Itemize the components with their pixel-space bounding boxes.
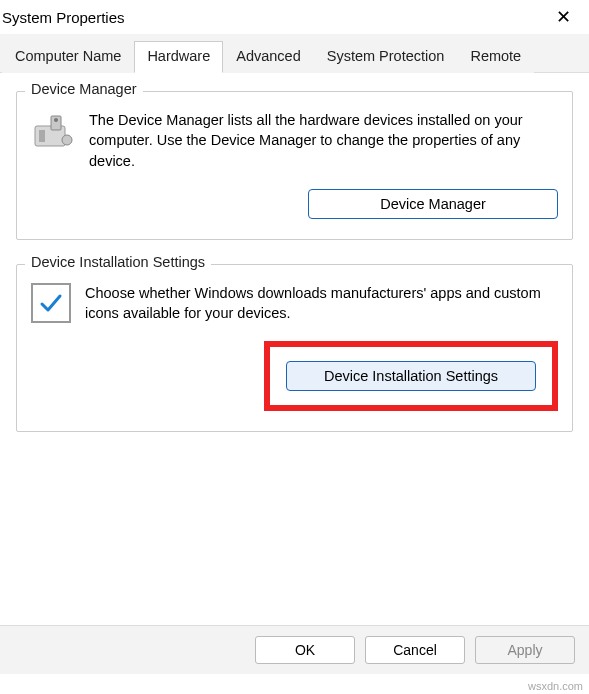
- cancel-button[interactable]: Cancel: [365, 636, 465, 664]
- svg-rect-1: [39, 130, 45, 142]
- install-settings-desc: Choose whether Windows downloads manufac…: [85, 283, 558, 324]
- tab-advanced[interactable]: Advanced: [223, 41, 314, 73]
- install-settings-button[interactable]: Device Installation Settings: [286, 361, 536, 391]
- device-manager-icon: [31, 112, 75, 152]
- device-manager-desc: The Device Manager lists all the hardwar…: [89, 110, 558, 171]
- checkmark-icon: [31, 283, 71, 323]
- svg-point-3: [54, 118, 58, 122]
- device-manager-group: Device Manager The Device Manager lists …: [16, 91, 573, 240]
- install-settings-legend: Device Installation Settings: [25, 254, 211, 270]
- close-icon[interactable]: ✕: [548, 2, 579, 32]
- tab-computer-name[interactable]: Computer Name: [2, 41, 134, 73]
- ok-button[interactable]: OK: [255, 636, 355, 664]
- watermark: wsxdn.com: [528, 680, 583, 692]
- dialog-button-bar: OK Cancel Apply: [0, 625, 589, 674]
- svg-point-4: [62, 135, 72, 145]
- install-settings-group: Device Installation Settings Choose whet…: [16, 264, 573, 433]
- tab-remote[interactable]: Remote: [457, 41, 534, 73]
- apply-button: Apply: [475, 636, 575, 664]
- tab-content: Device Manager The Device Manager lists …: [0, 73, 589, 466]
- device-manager-legend: Device Manager: [25, 81, 143, 97]
- window-title: System Properties: [2, 9, 125, 26]
- device-manager-button[interactable]: Device Manager: [308, 189, 558, 219]
- tab-hardware[interactable]: Hardware: [134, 41, 223, 73]
- highlight-box: Device Installation Settings: [264, 341, 558, 411]
- titlebar: System Properties ✕: [0, 0, 589, 34]
- tab-bar: Computer Name Hardware Advanced System P…: [0, 34, 589, 73]
- tab-system-protection[interactable]: System Protection: [314, 41, 458, 73]
